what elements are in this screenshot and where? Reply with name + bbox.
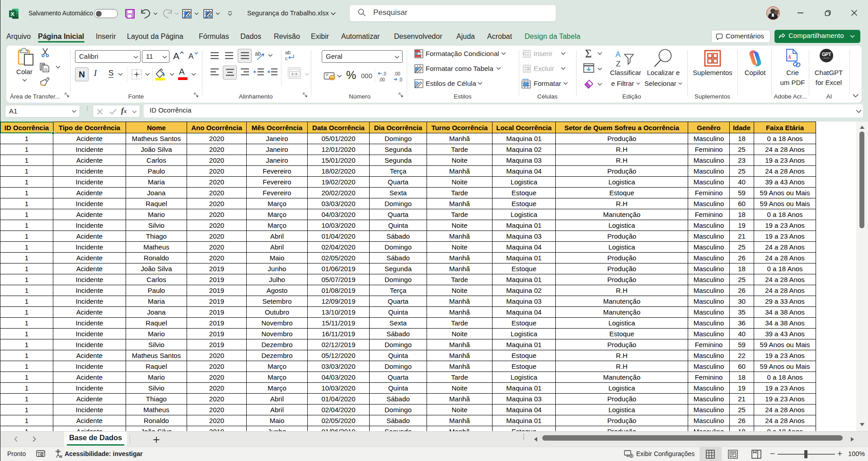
svg-text:A: A [787, 54, 791, 60]
svg-text:.0: .0 [399, 77, 403, 82]
svg-text:X: X [11, 11, 14, 17]
svg-text:c: c [285, 56, 288, 61]
svg-text:Z: Z [616, 60, 620, 68]
svg-text:ab: ab [255, 51, 261, 57]
svg-text:ab: ab [285, 50, 291, 55]
svg-text:A: A [615, 50, 621, 59]
svg-text:.00: .00 [394, 71, 400, 76]
svg-text:.0: .0 [383, 71, 387, 76]
svg-text:.00: .00 [379, 77, 385, 82]
